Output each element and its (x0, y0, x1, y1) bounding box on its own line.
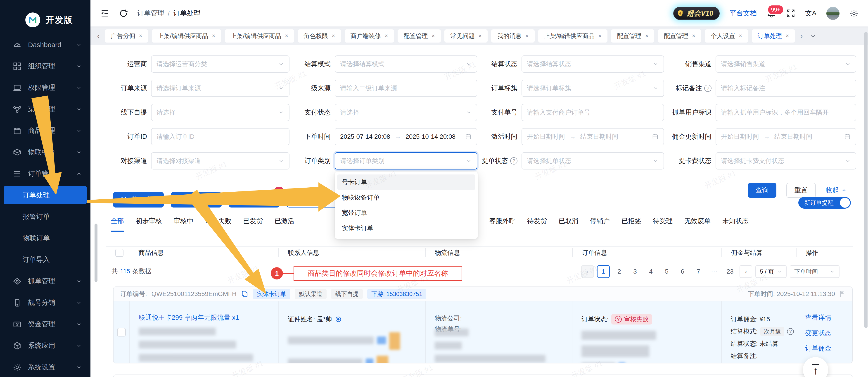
status-tab[interactable]: 已拒签 (621, 216, 641, 226)
status-tab[interactable]: 已发货 (243, 216, 263, 226)
order-time-range[interactable]: 2025-07-14 20:08 → 2025-10-14 20:08 (335, 128, 477, 145)
close-icon[interactable]: × (645, 32, 648, 39)
avatar[interactable] (827, 7, 839, 20)
platform-docs-link[interactable]: 平台文档 (730, 9, 757, 18)
new-order-remind-toggle[interactable]: 新订单提醒 (798, 197, 851, 209)
close-icon[interactable]: × (525, 32, 529, 39)
product-link[interactable]: 联通悦王卡299 享两年无限流量 x1 (139, 314, 239, 321)
tabs-next-icon[interactable]: › (799, 32, 804, 40)
menu-collapse-icon[interactable] (100, 8, 110, 18)
page-button[interactable]: 6 (676, 265, 689, 278)
sidebar-item-fund[interactable]: 资金管理 (0, 313, 90, 335)
sidebar-item-org[interactable]: 组织管理 (0, 55, 90, 77)
mark-remark-input[interactable] (716, 80, 856, 97)
tab-faq[interactable]: 常见问题× (444, 29, 488, 42)
page-button[interactable]: 2 (613, 265, 625, 278)
collapse-filters-link[interactable]: 收起 (826, 186, 847, 195)
sidebar-item-order[interactable]: 订单管理 (0, 163, 90, 184)
dock-channel-select[interactable]: 请选择对接渠道 (151, 152, 289, 170)
order-source-select[interactable]: 请选择订单来源 (151, 80, 289, 97)
tab-personal-settings[interactable]: 个人设置× (705, 29, 748, 42)
pick-order-status-select[interactable]: 请选择提单状态 (522, 152, 664, 170)
status-tab[interactable]: 无效废单 (684, 216, 711, 226)
tab-order-process[interactable]: 订单处理× (752, 29, 795, 42)
status-tab[interactable]: 待受理 (653, 216, 673, 226)
tab-my-message[interactable]: 我的消息× (491, 29, 534, 42)
dropdown-option-iot-device[interactable]: 物联设备订单 (337, 190, 475, 205)
reset-button[interactable]: 重置 (786, 183, 816, 198)
operator-select[interactable]: 请选择运营商分类 (151, 55, 289, 72)
tab-supply-product-3[interactable]: 上架/编辑供应商品× (538, 29, 608, 42)
sidebar-item-dashboard[interactable]: Dashboard (0, 34, 90, 55)
breadcrumb-section[interactable]: 订单管理 (137, 9, 164, 18)
tab-supply-product-2[interactable]: 上架/编辑供应商品× (225, 29, 294, 42)
close-icon[interactable]: × (385, 32, 388, 39)
vip-badge[interactable]: 超会V10 (673, 7, 720, 20)
dropdown-option-simcard[interactable]: 号卡订单 (337, 174, 475, 190)
status-tab[interactable]: 停销户 (590, 216, 610, 226)
card-fee-status-select[interactable]: 请选择提卡费支付状态 (716, 152, 856, 170)
page-button[interactable]: 1 (597, 265, 610, 278)
status-tab[interactable]: 审核中 (174, 216, 193, 226)
close-icon[interactable]: × (598, 32, 601, 39)
sidebar-subitem-order-process[interactable]: 订单处理 (4, 186, 87, 204)
sidebar-item-grab[interactable]: 抓单管理 (0, 270, 90, 292)
row-checkbox[interactable] (117, 328, 126, 337)
page-button[interactable]: 5 (660, 265, 673, 278)
grab-user-id-input[interactable] (716, 104, 856, 121)
copy-icon[interactable] (241, 290, 248, 297)
next-page-button[interactable]: › (740, 265, 752, 278)
secondary-source-input[interactable] (335, 80, 477, 97)
tab-config-1[interactable]: 配置管理× (398, 29, 441, 42)
status-tab[interactable]: 未知状态 (722, 216, 749, 226)
order-type-select[interactable]: 请选择订单类别 (335, 152, 477, 170)
tab-config-3[interactable]: 配置管理× (658, 29, 701, 42)
status-tab-all[interactable]: 全部 (111, 216, 124, 226)
sidebar-subitem-alarm-order[interactable]: 报警订单 (0, 206, 90, 227)
order-id-input[interactable] (151, 128, 289, 145)
tab-config-2[interactable]: 配置管理× (611, 29, 654, 42)
page-button[interactable]: 3 (629, 265, 641, 278)
close-icon[interactable]: × (139, 32, 142, 39)
sidebar-subitem-order-import[interactable]: 订单导入 (0, 249, 90, 270)
change-status-link[interactable]: 变更状态 (805, 328, 852, 338)
order-commission-link[interactable]: 订单佣金 (805, 344, 852, 353)
close-icon[interactable]: × (212, 32, 215, 39)
help-circle-icon[interactable]: ? (510, 157, 518, 165)
tabs-prev-icon[interactable]: ‹ (95, 32, 101, 40)
refresh-icon[interactable] (119, 8, 128, 18)
dropdown-option-physical-card[interactable]: 实体卡订单 (337, 221, 475, 236)
page-button[interactable]: 4 (645, 265, 657, 278)
settings-gear-icon[interactable] (849, 9, 859, 18)
status-tab[interactable]: 待发货 (527, 216, 547, 226)
activate-time-range[interactable]: 开始日期时间 → 结束日期时间 (522, 128, 664, 145)
status-tab[interactable]: 初步审核 (136, 216, 162, 226)
status-tab[interactable]: 已激活 (275, 216, 294, 226)
tab-role-permission[interactable]: 角色权限× (298, 29, 341, 42)
sidebar-item-settings[interactable]: 系统设置 (0, 356, 90, 377)
sidebar-item-number[interactable]: 靓号分销 (0, 292, 90, 313)
page-button[interactable]: 7 (692, 265, 705, 278)
close-icon[interactable]: × (739, 32, 742, 39)
help-circle-icon[interactable]: ? (787, 328, 794, 335)
close-icon[interactable]: × (478, 32, 482, 39)
batch-task-button[interactable]: 批量任务 新 (229, 192, 280, 207)
sidebar-item-iot[interactable]: 物联中台 (0, 141, 90, 163)
scrollbar-thumb[interactable] (864, 32, 868, 328)
settle-mode-select[interactable]: 请选择结算模式 (335, 55, 477, 72)
sort-select[interactable]: 下单时间 (790, 265, 839, 278)
status-tab[interactable]: 已取消 (559, 216, 578, 226)
prev-page-button[interactable]: ‹ (581, 265, 594, 278)
select-all-checkbox[interactable] (115, 249, 123, 257)
sidebar-subitem-iot-order[interactable]: 物联订单 (0, 227, 90, 249)
close-icon[interactable]: × (786, 32, 789, 39)
pay-status-select[interactable]: 请选择 (335, 104, 477, 121)
sidebar-item-product[interactable]: 商品管理 (0, 120, 90, 141)
view-detail-link[interactable]: 查看详情 (805, 313, 852, 322)
page-button[interactable]: 23 (724, 265, 736, 278)
sidebar-item-channel[interactable]: 渠道管理 (0, 98, 90, 120)
close-icon[interactable]: × (332, 32, 335, 39)
order-flag-select[interactable]: 请选择订单标旗 (522, 80, 664, 97)
pay-order-no-input[interactable] (522, 104, 664, 121)
page-size-select[interactable]: 5 / 页 (755, 265, 786, 278)
